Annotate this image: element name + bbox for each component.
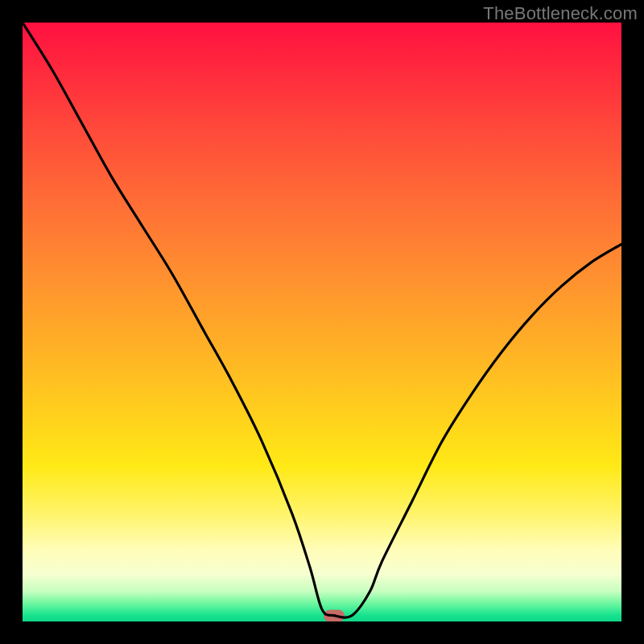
plot-area [23,23,621,621]
watermark-text: TheBottleneck.com [483,3,638,24]
bottleneck-curve [23,23,621,621]
chart-frame: TheBottleneck.com [0,0,644,644]
curve-path [23,23,621,617]
